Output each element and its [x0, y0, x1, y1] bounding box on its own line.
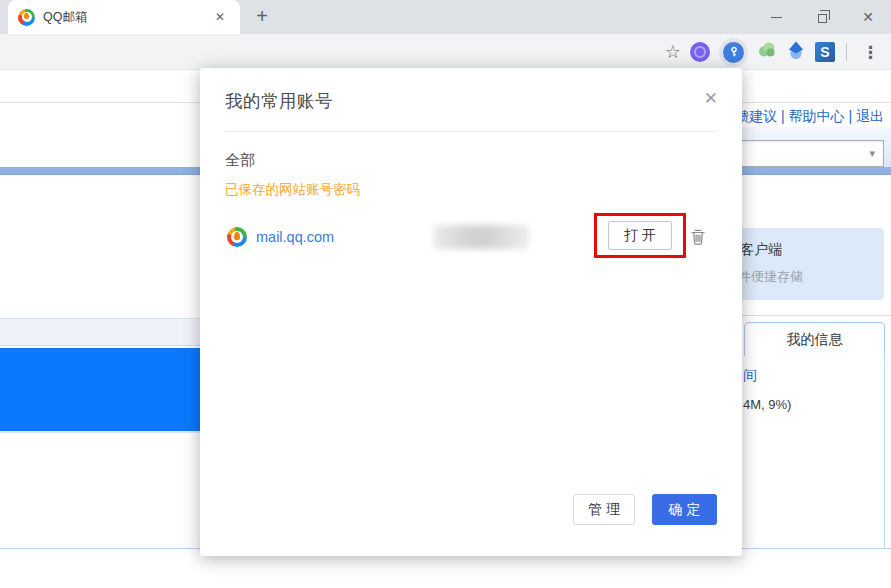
new-tab-button[interactable]: +: [250, 5, 274, 29]
green-extension-icon[interactable]: [757, 40, 777, 64]
dialog-divider: [225, 131, 717, 132]
open-button[interactable]: 打 开: [608, 221, 672, 250]
toolbar-icons: ☆ S ⋮: [665, 34, 883, 70]
tab-title: QQ邮箱: [43, 9, 210, 26]
account-site-link[interactable]: mail.qq.com: [256, 229, 334, 245]
purple-extension-icon[interactable]: [690, 42, 710, 62]
qqmail-favicon-icon: [18, 9, 35, 26]
page-mid-line: [742, 315, 891, 316]
browser-menu-button[interactable]: ⋮: [858, 42, 883, 63]
s-extension-icon[interactable]: S: [815, 42, 835, 62]
frequent-accounts-dialog: 我的常用账号 ✕ 全部 已保存的网站账号密码 mail.qq.com 打 开 管…: [200, 68, 742, 556]
delete-account-button[interactable]: [689, 228, 707, 246]
browser-toolbar: ☆ S ⋮: [0, 34, 891, 70]
filter-all-label: 全部: [225, 151, 255, 170]
account-site-favicon-icon: [227, 227, 247, 247]
minimize-icon: [771, 17, 782, 18]
blurred-account-name: [433, 225, 529, 249]
tab-close-icon[interactable]: ✕: [210, 8, 230, 26]
window-close-button[interactable]: ✕: [845, 0, 891, 34]
diamond-extension-icon[interactable]: [786, 40, 806, 64]
info-fragment-top: 间: [743, 367, 757, 385]
key-icon: [723, 42, 744, 63]
restore-button[interactable]: [799, 0, 845, 34]
client-promo-subtitle: 件便捷存储: [738, 268, 803, 286]
tab-qq-mail[interactable]: QQ邮箱 ✕: [8, 0, 240, 34]
tab-my-info[interactable]: 我的信息: [744, 322, 885, 356]
minimize-button[interactable]: [753, 0, 799, 34]
toolbar-separator: [846, 43, 847, 61]
saved-passwords-label: 已保存的网站账号密码: [225, 181, 360, 199]
browser-window: QQ邮箱 ✕ + ✕ ☆ S ⋮: [0, 0, 891, 588]
client-promo-title: 客户端: [740, 241, 782, 259]
my-info-panel: 间 4M, 9%): [740, 355, 885, 549]
tab-strip: QQ邮箱 ✕ + ✕: [0, 0, 891, 34]
red-annotation-box: 打 开: [594, 213, 686, 258]
confirm-button[interactable]: 确 定: [652, 494, 717, 525]
password-manager-button[interactable]: [719, 38, 748, 67]
dialog-close-icon[interactable]: ✕: [704, 88, 718, 109]
chevron-down-icon: ▾: [869, 147, 875, 160]
bookmark-star-icon[interactable]: ☆: [665, 43, 681, 61]
info-fragment-bottom: 4M, 9%): [743, 397, 791, 412]
restore-icon: [818, 14, 827, 23]
header-links[interactable]: 反馈建议 | 帮助中心 | 退出: [721, 108, 884, 126]
dialog-title: 我的常用账号: [225, 89, 333, 113]
window-controls: ✕: [753, 0, 891, 34]
manage-button[interactable]: 管 理: [573, 494, 635, 525]
